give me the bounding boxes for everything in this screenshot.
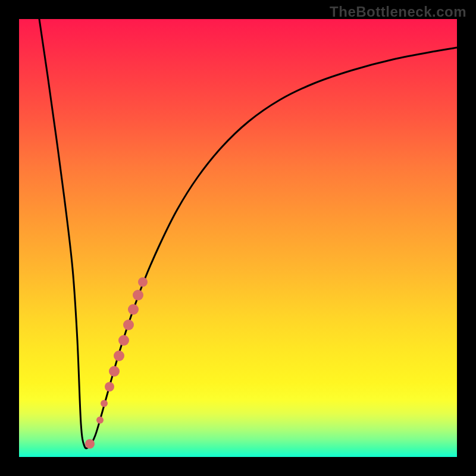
watermark-text: TheBottleneck.com: [330, 4, 466, 20]
highlight-dot: [123, 320, 134, 330]
highlight-dot: [133, 290, 143, 300]
highlight-dot: [114, 350, 124, 361]
chart-frame: TheBottleneck.com: [0, 0, 476, 476]
highlight-dot: [128, 304, 139, 315]
bottleneck-curve: [39, 19, 457, 449]
highlight-dot: [105, 382, 114, 392]
plot-area: [19, 19, 457, 457]
highlight-dot: [109, 366, 120, 377]
curve-group: [39, 19, 457, 449]
highlight-dot: [85, 439, 95, 449]
chart-svg: [19, 19, 457, 457]
highlight-dot: [101, 400, 108, 407]
highlight-dot: [118, 335, 129, 346]
highlight-dot: [96, 416, 104, 424]
highlight-dot: [138, 277, 148, 287]
